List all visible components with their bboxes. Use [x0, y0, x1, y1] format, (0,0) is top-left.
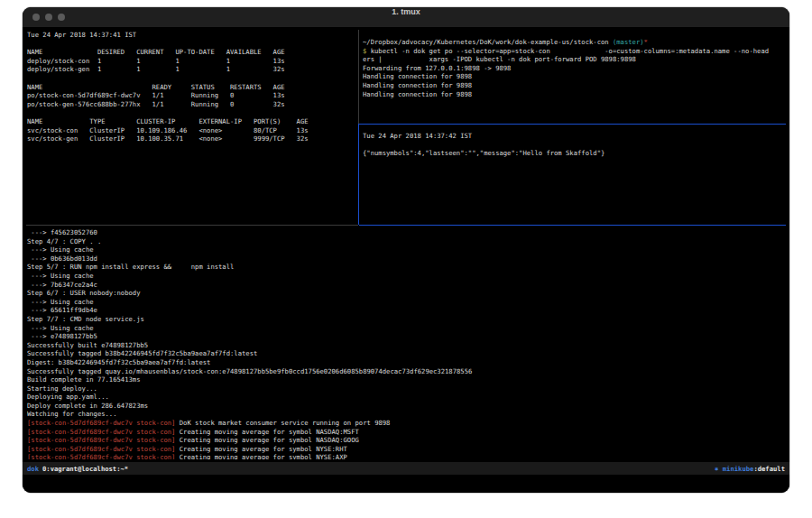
- pane-divider-horizontal-right2-active: [359, 225, 786, 226]
- pod-log-prefix: [stock-con-5d7df689cf-dwc7v stock-con]: [27, 445, 175, 453]
- status-right: ⎈ minikube:default: [715, 465, 785, 473]
- kubectl-port-forward-command: kubectl -n dok get po --selector=app=sto…: [366, 47, 769, 55]
- pod-log-prefix: [stock-con-5d7df689cf-dwc7v stock-con]: [27, 453, 175, 459]
- stock-con-log-line: [stock-con-5d7df689cf-dwc7v stock-con] D…: [27, 419, 785, 428]
- window-tab[interactable]: 0:vagrant@localhost:~*: [42, 465, 128, 473]
- pod-log-message: Creating moving average for symbol NASDA…: [175, 428, 358, 436]
- git-branch: (master): [613, 38, 644, 46]
- desktop: 1. tmux Tue 24 Apr 2018 14:37:41 IST NAM…: [0, 0, 812, 518]
- kubectl-watch-output: Tue 24 Apr 2018 14:37:41 IST NAME DESIRE…: [27, 31, 358, 143]
- pane-curl-watch[interactable]: Tue 24 Apr 2018 14:37:42 IST {"numsymbol…: [363, 132, 785, 222]
- helm-icon: ⎈: [715, 465, 723, 473]
- pod-log-message: Creating moving average for symbol NYSE:…: [175, 453, 346, 459]
- tmux-terminal: Tue 24 Apr 2018 14:37:41 IST NAME DESIRE…: [23, 28, 789, 493]
- pane-divider-horizontal-left: [26, 225, 358, 226]
- pod-log-message: Creating moving average for symbol NYSE:…: [175, 445, 346, 453]
- pane-skaffold-build[interactable]: ---> f45623052760Step 4/7 : COPY . . ---…: [27, 228, 785, 459]
- pod-log-prefix: [stock-con-5d7df689cf-dwc7v stock-con]: [27, 436, 175, 444]
- git-dirty-flag: *: [644, 38, 648, 46]
- pod-log-message: Creating moving average for symbol NASDA…: [175, 436, 358, 444]
- titlebar: 1. tmux: [23, 7, 789, 28]
- kube-context: minikube: [723, 465, 754, 473]
- stock-con-log-line: [stock-con-5d7df689cf-dwc7v stock-con] C…: [27, 453, 785, 459]
- pane-kubectl-watch[interactable]: Tue 24 Apr 2018 14:37:41 IST NAME DESIRE…: [27, 31, 358, 222]
- shell-path-line: ~/Dropbox/advocacy/Kubernetes/DoK/work/d…: [363, 38, 785, 47]
- pane-port-forward[interactable]: ~/Dropbox/advocacy/Kubernetes/DoK/work/d…: [363, 38, 785, 123]
- skaffold-build-output: ---> f45623052760Step 4/7 : COPY . . ---…: [27, 228, 785, 419]
- kube-namespace: :default: [753, 465, 785, 473]
- cwd-path: ~/Dropbox/advocacy/Kubernetes/DoK/work/d…: [363, 38, 613, 46]
- port-forward-output: ers | xargs -IPOD kubectl -n dok port-fo…: [363, 55, 785, 98]
- pod-log-prefix: [stock-con-5d7df689cf-dwc7v stock-con]: [27, 419, 175, 427]
- pod-log-prefix: [stock-con-5d7df689cf-dwc7v stock-con]: [27, 428, 175, 436]
- stock-con-log-line: [stock-con-5d7df689cf-dwc7v stock-con] C…: [27, 445, 785, 454]
- tmux-status-bar: dok0:vagrant@localhost:~* ⎈ minikube:def…: [23, 462, 789, 475]
- pod-log-message: DoK stock market consumer service runnin…: [175, 419, 390, 427]
- terminal-window: 1. tmux Tue 24 Apr 2018 14:37:41 IST NAM…: [23, 7, 789, 493]
- pane-divider-vertical-top: [358, 30, 359, 124]
- pane-divider-horizontal-right-active: [359, 124, 786, 125]
- pane-divider-vertical-bottom-active: [358, 124, 359, 225]
- session-name: dok: [27, 465, 39, 473]
- curl-watch-output: Tue 24 Apr 2018 14:37:42 IST {"numsymbol…: [363, 132, 785, 158]
- shell-command-line: $ kubectl -n dok get po --selector=app=s…: [363, 47, 785, 56]
- status-left: dok0:vagrant@localhost:~*: [27, 465, 132, 473]
- window-title: 1. tmux: [23, 7, 789, 27]
- stock-con-log-line: [stock-con-5d7df689cf-dwc7v stock-con] C…: [27, 428, 785, 437]
- stock-con-log-line: [stock-con-5d7df689cf-dwc7v stock-con] C…: [27, 436, 785, 445]
